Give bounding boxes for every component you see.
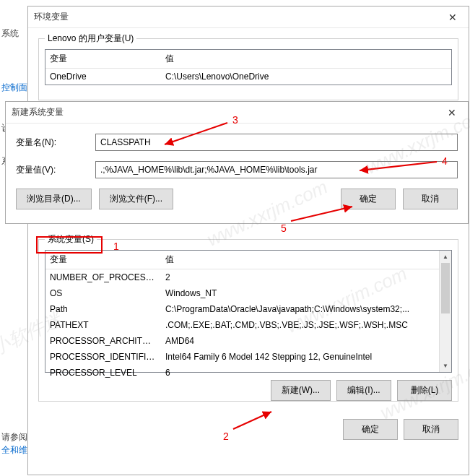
var-value-input[interactable] [95, 161, 458, 178]
scroll-thumb[interactable] [441, 263, 450, 313]
var-name-label: 变量名(N): [16, 137, 95, 149]
var-name-input[interactable] [95, 134, 458, 151]
cell-var: NUMBER_OF_PROCESSORS [45, 271, 161, 284]
sidebar-security[interactable]: 全和维 [1, 444, 27, 456]
cell-var: PATHEXT [45, 319, 161, 332]
cell-val: AMD64 [161, 334, 451, 347]
cell-var: PROCESSOR_IDENTIFIER [45, 350, 161, 363]
cell-var: Path [45, 303, 161, 316]
sys-vars-table[interactable]: 变量 值 NUMBER_OF_PROCESSORS2OSWindows_NTPa… [45, 250, 452, 373]
scroll-down-icon[interactable]: ▼ [440, 360, 451, 372]
cell-var: PROCESSOR_ARCHITECT... [45, 334, 161, 347]
ok-button[interactable]: 确定 [341, 189, 396, 209]
new-button[interactable]: 新建(W)... [271, 380, 331, 401]
table-row[interactable]: PROCESSOR_ARCHITECT...AMD64 [45, 333, 451, 349]
cell-val: Intel64 Family 6 Model 142 Stepping 12, … [161, 350, 451, 363]
sidebar-system: 系统 [1, 27, 19, 40]
close-icon[interactable]: ✕ [442, 107, 462, 118]
annotation-1: 1 [113, 241, 119, 252]
table-row[interactable]: PROCESSOR_IDENTIFIERIntel64 Family 6 Mod… [45, 349, 451, 365]
user-vars-legend: Lenovo 的用户变量(U) [45, 33, 136, 45]
annotation-box-1 [36, 236, 103, 254]
var-value-label: 变量值(V): [16, 164, 95, 176]
col-header-val[interactable]: 值 [161, 251, 451, 269]
annotation-4: 4 [442, 155, 448, 167]
table-row[interactable]: NUMBER_OF_PROCESSORS2 [45, 269, 451, 285]
user-vars-table[interactable]: 变量 值 OneDrive C:\Users\Lenovo\OneDrive [45, 49, 452, 85]
cancel-button[interactable]: 取消 [403, 189, 458, 209]
annotation-2: 2 [223, 430, 229, 442]
table-row[interactable]: OSWindows_NT [45, 285, 451, 301]
user-vars-fieldset: Lenovo 的用户变量(U) 变量 值 OneDrive C:\Users\L… [38, 38, 458, 100]
cell-val: 6 [161, 366, 451, 379]
scrollbar[interactable]: ▲ ▼ [439, 251, 451, 372]
ok-button[interactable]: 确定 [343, 419, 398, 440]
annotation-5: 5 [281, 222, 287, 234]
annotation-3: 3 [232, 114, 238, 126]
sidebar-ref: 请参阅 [1, 431, 27, 443]
table-row[interactable]: PathC:\ProgramData\Oracle\Java\javapath;… [45, 301, 451, 317]
cell-var: OneDrive [45, 70, 161, 83]
delete-button[interactable]: 删除(L) [397, 380, 452, 401]
browse-dir-button[interactable]: 浏览目录(D)... [16, 189, 92, 209]
cell-val: .COM;.EXE;.BAT;.CMD;.VBS;.VBE;.JS;.JSE;.… [161, 319, 451, 332]
cell-val: C:\Users\Lenovo\OneDrive [161, 70, 451, 83]
cancel-button[interactable]: 取消 [404, 419, 458, 440]
col-header-val[interactable]: 值 [161, 50, 451, 68]
edit-button[interactable]: 编辑(I)... [336, 380, 391, 401]
close-icon[interactable]: ✕ [443, 12, 463, 23]
col-header-var[interactable]: 变量 [45, 50, 161, 68]
env-title: 环境变量 [34, 11, 69, 23]
cell-val: Windows_NT [161, 287, 451, 300]
newvar-title: 新建系统变量 [12, 106, 64, 118]
scroll-up-icon[interactable]: ▲ [440, 251, 451, 263]
cell-var: OS [45, 287, 161, 300]
env-titlebar: 环境变量 ✕ [28, 7, 469, 28]
cell-val: C:\ProgramData\Oracle\Java\javapath;C:\W… [161, 303, 451, 316]
table-row[interactable]: PROCESSOR_LEVEL6 [45, 365, 451, 381]
sys-vars-fieldset: 系统变量(S) 变量 值 NUMBER_OF_PROCESSORS2OSWind… [38, 239, 458, 402]
table-row[interactable]: OneDrive C:\Users\Lenovo\OneDrive [45, 69, 451, 85]
cell-var: PROCESSOR_LEVEL [45, 366, 161, 379]
browse-file-button[interactable]: 浏览文件(F)... [99, 189, 173, 209]
cell-val: 2 [161, 271, 451, 284]
table-row[interactable]: PATHEXT.COM;.EXE;.BAT;.CMD;.VBS;.VBE;.JS… [45, 317, 451, 333]
